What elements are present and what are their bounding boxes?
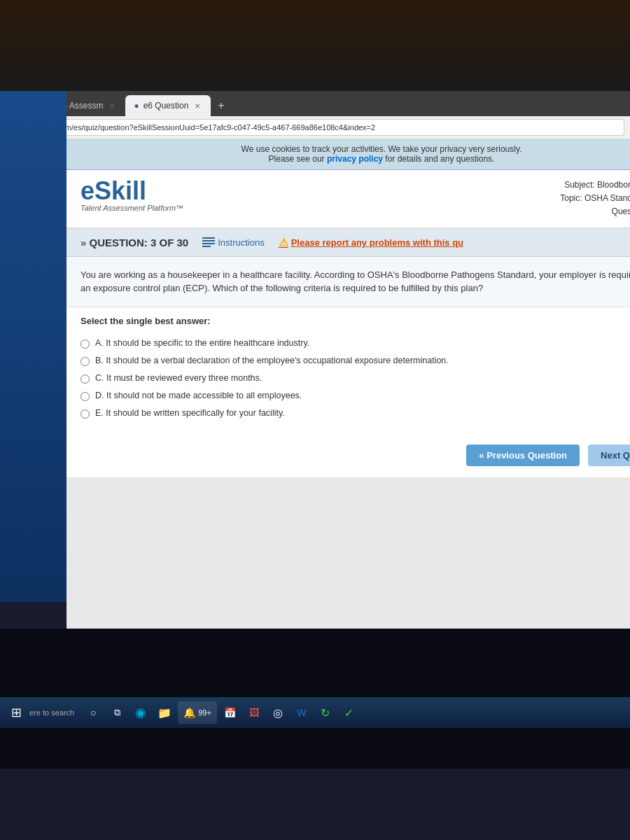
address-bar[interactable]: es.eskill.com/es/quiz/question?eSkillSes… <box>21 119 624 136</box>
answer-text-a[interactable]: A. It should be specific to the entire h… <box>95 338 309 348</box>
search-button[interactable]: ○ <box>83 702 104 723</box>
instructions-link[interactable]: Instructions <box>202 237 264 248</box>
answer-text-e[interactable]: E. It should be written specifically for… <box>95 408 285 418</box>
eskill-logo: eSkill Talent Assessment Platform™ <box>80 178 183 212</box>
nav-buttons: « Previous Question Next Question » <box>66 433 630 477</box>
answer-option-b: B. It should be a verbal declaration of … <box>80 352 630 370</box>
subject-line: Subject: Bloodborne Pathogens <box>560 178 630 192</box>
previous-question-button[interactable]: « Previous Question <box>466 444 580 466</box>
radio-d[interactable] <box>80 392 90 401</box>
cookie-text3: for details and any questions. <box>383 154 494 164</box>
privacy-policy-link[interactable]: privacy policy <box>327 154 383 164</box>
tab-question[interactable]: ● e6 Question ✕ <box>125 95 211 116</box>
report-label: Please report any problems with this qu <box>291 237 463 248</box>
topic-label: Topic: <box>560 193 582 203</box>
address-bar-row: 🔒 es.eskill.com/es/quiz/question?eSkillS… <box>0 116 630 139</box>
radio-b[interactable] <box>80 357 90 366</box>
question-number-text: QUESTION: 3 OF 30 <box>90 237 189 248</box>
edge-browser-icon[interactable]: ◉ <box>130 702 151 723</box>
tab-icon: ● <box>134 101 139 111</box>
chrome-icon[interactable]: ◎ <box>267 702 288 723</box>
word-icon[interactable]: W <box>291 702 312 723</box>
svg-rect-3 <box>202 246 211 247</box>
taskbar-app-notifications[interactable]: 🔔 99+ <box>178 701 217 724</box>
question-text: You are working as a housekeeper in a he… <box>80 270 630 294</box>
tagline: Talent Assessment Platform™ <box>80 204 183 212</box>
photos-icon[interactable]: 🖼 <box>244 702 265 723</box>
new-tab-button[interactable]: + <box>211 97 231 115</box>
question-area: » QUESTION: 3 OF 30 Instructions ⚠ Pleas… <box>66 229 630 477</box>
radio-e[interactable] <box>80 410 90 419</box>
search-text[interactable]: ere to search <box>29 708 74 717</box>
select-label: Select the single best answer: <box>66 307 630 332</box>
question-number: » QUESTION: 3 OF 30 <box>80 237 188 248</box>
checkmark-icon[interactable]: ✓ <box>339 702 360 723</box>
radio-a[interactable] <box>80 340 90 349</box>
radio-c[interactable] <box>80 374 90 384</box>
report-problem-link[interactable]: ⚠ Please report any problems with this q… <box>279 236 463 249</box>
logo-text: eSkill <box>80 178 183 204</box>
answers-area: A. It should be specific to the entire h… <box>66 332 630 433</box>
tab-label: e6 Question <box>144 101 189 111</box>
cookie-notice: We use cookies to track your activities.… <box>66 139 630 170</box>
topic-value: OSHA Standard and the E <box>584 193 630 203</box>
answer-option-c: C. It must be reviewed every three month… <box>80 370 630 387</box>
windows-start-button[interactable]: ⊞ <box>6 702 27 723</box>
warning-icon: ⚠ <box>279 236 288 249</box>
arrows-prefix: » <box>80 237 86 248</box>
taskbar: ⊞ ere to search ○ ⧉ ◉ 📁 🔔 99+ 📅 🖼 ◎ W ↻ … <box>0 697 630 728</box>
answer-text-b[interactable]: B. It should be a verbal declaration of … <box>95 356 449 365</box>
next-question-button[interactable]: Next Question » <box>588 444 630 466</box>
answer-text-c[interactable]: C. It must be reviewed every three month… <box>95 373 262 383</box>
answer-option-a: A. It should be specific to the entire h… <box>80 335 630 352</box>
calendar-icon[interactable]: 📅 <box>220 702 241 723</box>
answer-option-e: E. It should be written specifically for… <box>80 405 630 422</box>
eskill-header: eSkill Talent Assessment Platform™ Subje… <box>66 170 630 229</box>
question-label: Question: <box>612 206 630 216</box>
topic-line: Topic: OSHA Standard and the E <box>560 192 630 205</box>
answer-option-d: D. It should not be made accessible to a… <box>80 387 630 405</box>
subject-value: Bloodborne Pathogens <box>597 180 630 190</box>
url-text: es.eskill.com/es/quiz/question?eSkillSes… <box>27 123 375 132</box>
instructions-icon <box>202 237 215 247</box>
question-body: You are working as a housekeeper in a he… <box>66 257 630 307</box>
file-explorer-icon[interactable]: 📁 <box>154 702 175 723</box>
close-active-tab-button[interactable]: ✕ <box>192 101 202 111</box>
refresh-icon[interactable]: ↻ <box>315 702 336 723</box>
close-tab-button[interactable]: ✕ <box>107 101 117 111</box>
svg-rect-1 <box>202 240 215 241</box>
select-label-text: Select the single best answer: <box>80 316 211 326</box>
svg-rect-2 <box>202 243 215 244</box>
question-id-line: Question: #486578 <box>560 205 630 218</box>
question-header: » QUESTION: 3 OF 30 Instructions ⚠ Pleas… <box>66 229 630 257</box>
cookie-text1: We use cookies to track your activities.… <box>241 144 522 154</box>
cookie-text2: Please see our <box>269 154 327 164</box>
subject-info: Subject: Bloodborne Pathogens Topic: OSH… <box>560 178 630 219</box>
subject-label: Subject: <box>564 180 594 190</box>
answer-text-d[interactable]: D. It should not be made accessible to a… <box>95 391 302 400</box>
task-view-button[interactable]: ⧉ <box>106 702 127 723</box>
svg-rect-0 <box>202 237 215 239</box>
notification-count: 99+ <box>198 708 211 717</box>
instructions-label: Instructions <box>218 237 264 248</box>
